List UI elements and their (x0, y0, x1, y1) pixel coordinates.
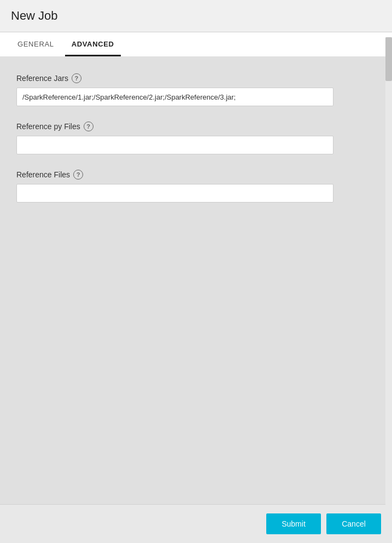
reference-py-files-help-icon[interactable]: ? (84, 122, 93, 131)
tab-advanced[interactable]: ADVANCED (65, 32, 121, 56)
reference-py-files-label: Reference py Files (16, 122, 80, 131)
dialog-window: New Job GENERAL ADVANCED Reference Jars … (0, 0, 392, 543)
scrollbar-track[interactable] (385, 37, 392, 504)
reference-jars-label: Reference Jars (16, 74, 68, 83)
cancel-button[interactable]: Cancel (326, 513, 381, 534)
reference-py-files-label-row: Reference py Files ? (16, 122, 376, 131)
scrollbar-thumb[interactable] (385, 37, 392, 81)
reference-jars-label-row: Reference Jars ? (16, 73, 376, 83)
reference-files-help-icon[interactable]: ? (73, 170, 83, 180)
footer: Submit Cancel (0, 504, 392, 543)
tab-general[interactable]: GENERAL (11, 32, 61, 56)
reference-jars-group: Reference Jars ? (16, 73, 376, 106)
reference-files-label-row: Reference Files ? (16, 170, 376, 180)
reference-py-files-input[interactable] (16, 136, 334, 154)
dialog-title: New Job (11, 9, 381, 23)
title-bar: New Job (0, 0, 392, 32)
reference-files-input[interactable] (16, 184, 334, 203)
reference-jars-help-icon[interactable]: ? (72, 73, 81, 83)
submit-button[interactable]: Submit (266, 513, 321, 534)
reference-jars-input[interactable] (16, 88, 334, 106)
reference-files-label: Reference Files (16, 170, 70, 179)
tab-bar: GENERAL ADVANCED (0, 32, 392, 57)
reference-files-group: Reference Files ? (16, 170, 376, 203)
form-body: Reference Jars ? Reference py Files ? (0, 57, 392, 504)
reference-py-files-group: Reference py Files ? (16, 122, 376, 154)
